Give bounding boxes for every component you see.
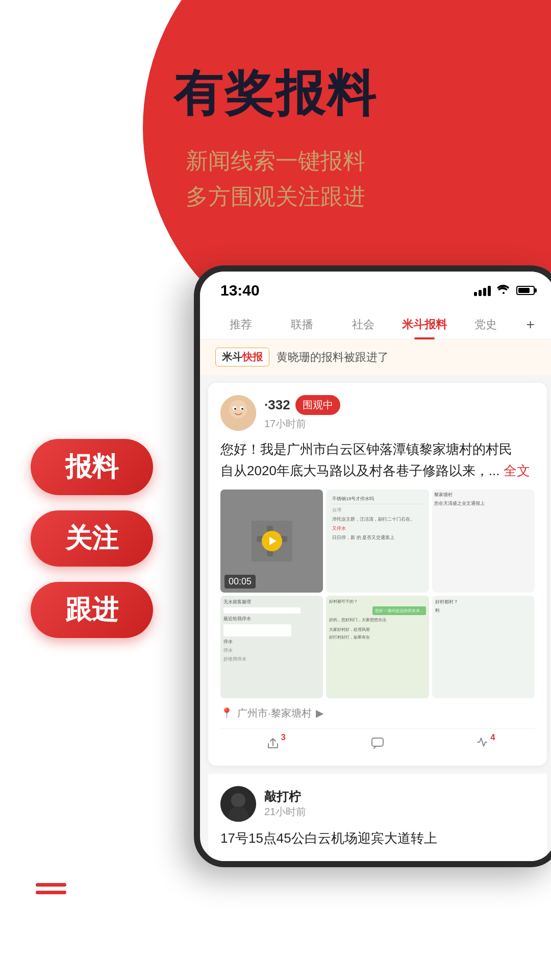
post-content-1: 您好！我是广州市白云区钟落潭镇黎家塘村的村民 自从2020年底大马路以及村各巷子… [220, 439, 535, 481]
status-time: 13:40 [220, 282, 260, 299]
like-icon [475, 737, 489, 753]
post2-meta: 敲打柠 21小时前 [264, 789, 306, 819]
hero-title: 有奖报料 [0, 61, 551, 128]
tab-midou[interactable]: 米斗报料 [394, 311, 455, 338]
phone-area: 报料 关注 跟进 13:40 [0, 286, 551, 980]
breaking-news-banner: 米斗快报 黄晓珊的报料被跟进了 [200, 339, 551, 375]
post2-content: 17号15点45公白云机场迎宾大道转上 [220, 828, 535, 849]
post-card-2: 敲打柠 21小时前 17号15点45公白云机场迎宾大道转上 [208, 774, 547, 862]
hero-section: 有奖报料 新闻线索一键报料 多方围观关注跟进 [0, 0, 551, 286]
post-images: 00:05 不锈钢19号才停水吗 台湾 沛托业主群，汪洁清，副行二十门石在。 又… [220, 489, 535, 698]
baoliao-button[interactable]: 报料 [31, 439, 153, 495]
video-duration: 00:05 [224, 575, 256, 589]
post-time-1: 17小时前 [264, 417, 535, 431]
post-image-2[interactable]: 不锈钢19号才停水吗 台湾 沛托业主群，汪洁清，副行二十门石在。 又停水 日日停… [326, 489, 429, 592]
tab-lianbo[interactable]: 联播 [271, 311, 333, 338]
post-image-3[interactable]: 黎家塘村 您在天清盛之业文通报上 [432, 489, 535, 592]
hamburger-line-1 [36, 883, 66, 887]
svg-point-5 [241, 408, 243, 410]
location-arrow: ▶ [316, 707, 323, 719]
play-button[interactable] [262, 531, 282, 551]
battery-icon [516, 286, 535, 295]
share-action[interactable]: 3 [266, 737, 280, 753]
breaking-label: 米斗快报 [215, 348, 269, 366]
status-icons [474, 284, 535, 297]
svg-point-1 [229, 400, 247, 419]
post2-time: 21小时前 [264, 805, 306, 819]
comment-icon [371, 737, 384, 753]
post-image-4[interactable]: 无水就客服理 最近给我停水 停水 停水 抄使用停水 [220, 596, 323, 698]
genjin-button[interactable]: 跟进 [31, 582, 153, 638]
breaking-text: 黄晓珊的报料被跟进了 [277, 350, 389, 365]
hero-subtitle-line1: 新闻线索一键报料 [0, 143, 551, 179]
breaking-label-part1: 米斗 [222, 351, 242, 362]
post-location: 📍 广州市·黎家塘村 ▶ [220, 706, 535, 720]
post-image-5[interactable]: 好村都可干的？ 您好！请问这边的供水水... 好的，您好到门，大家想想办法 大家… [326, 596, 429, 698]
status-bar: 13:40 [200, 272, 551, 304]
location-icon: 📍 [220, 707, 233, 719]
tab-dangshi[interactable]: 党史 [455, 311, 516, 338]
breaking-label-part2: 快报 [242, 351, 263, 362]
nav-tabs: 推荐 联播 社会 米斗报料 党史 + [200, 304, 551, 339]
svg-point-4 [234, 408, 236, 410]
svg-rect-10 [372, 738, 383, 746]
post-user-row: ·332 围观中 [264, 395, 535, 415]
side-buttons-container: 报料 关注 跟进 [31, 439, 153, 638]
phone-mockup: 13:40 推荐 [194, 265, 551, 867]
guanzhu-button[interactable]: 关注 [31, 510, 153, 567]
location-text: 广州市·黎家塘村 [237, 706, 312, 720]
hero-subtitle-line2: 多方围观关注跟进 [0, 179, 551, 214]
comment-action[interactable] [371, 737, 384, 753]
hero-subtitle: 新闻线索一键报料 多方围观关注跟进 [0, 143, 551, 215]
svg-point-12 [231, 793, 245, 807]
post-image-1[interactable]: 00:05 [220, 489, 323, 592]
post2-header: 敲打柠 21小时前 [220, 786, 535, 822]
hamburger-line-2 [36, 891, 66, 894]
post-image-6[interactable]: 好村都村？ 料 [432, 596, 535, 698]
wifi-icon [497, 284, 510, 297]
avatar-1 [220, 395, 256, 431]
share-count: 3 [281, 733, 286, 742]
hero-text-block: 有奖报料 新闻线索一键报料 多方围观关注跟进 [0, 0, 551, 215]
post-score: ·332 [264, 397, 290, 413]
signal-icon [474, 285, 491, 296]
tab-tuijian[interactable]: 推荐 [210, 311, 271, 338]
post-card-1: ·332 围观中 17小时前 您好！我是广州市白云区钟落潭镇黎家塘村的村民 自从… [208, 383, 547, 766]
tab-shehui[interactable]: 社会 [333, 311, 394, 338]
share-icon [266, 737, 280, 753]
post-actions: 3 4 [220, 728, 535, 753]
tab-more[interactable]: + [516, 310, 545, 339]
guanzhong-badge: 围观中 [295, 395, 340, 415]
avatar-2 [220, 786, 256, 822]
like-count: 4 [490, 733, 495, 742]
post-header: ·332 围观中 17小时前 [220, 395, 535, 431]
like-action[interactable]: 4 [475, 737, 489, 753]
post2-username: 敲打柠 [264, 789, 306, 805]
read-more[interactable]: 全文 [504, 463, 530, 478]
hamburger-menu[interactable] [36, 879, 66, 898]
post-meta-1: ·332 围观中 17小时前 [264, 395, 535, 431]
